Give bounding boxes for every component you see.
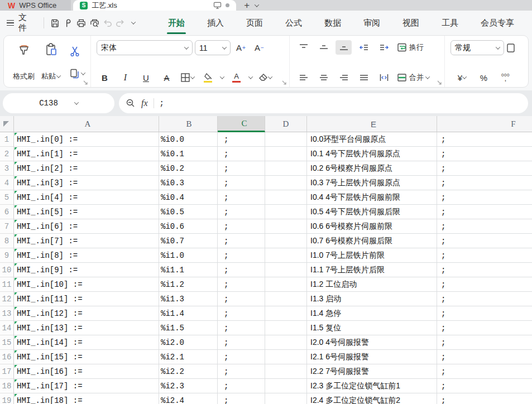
- row-number[interactable]: 14: [0, 321, 14, 335]
- cell-E14[interactable]: I1.5 复位: [307, 321, 437, 335]
- cell-D17[interactable]: [265, 364, 307, 379]
- cell-E7[interactable]: I0.6 6号模察片伺服前限: [307, 219, 437, 234]
- cell-C11[interactable]: ;: [218, 277, 265, 292]
- cell-F6[interactable]: ;: [437, 205, 532, 219]
- save-button[interactable]: [49, 15, 61, 31]
- increase-font-button[interactable]: A+: [233, 41, 249, 55]
- cell-D15[interactable]: [265, 335, 307, 350]
- cut-button[interactable]: [67, 44, 87, 59]
- row-number[interactable]: 15: [0, 335, 14, 350]
- copy-button[interactable]: [67, 66, 87, 81]
- cell-C17[interactable]: ;: [218, 364, 265, 379]
- align-middle-button[interactable]: [315, 40, 332, 55]
- cell-C6[interactable]: ;: [218, 205, 265, 219]
- cell-D1[interactable]: [265, 132, 307, 147]
- cell-A18[interactable]: HMI_.in[17] :=: [14, 379, 159, 393]
- cell-D18[interactable]: [265, 379, 307, 393]
- cell-B15[interactable]: %i2.0: [159, 335, 218, 350]
- cell-D8[interactable]: [265, 234, 307, 248]
- column-header-C[interactable]: C: [218, 116, 265, 132]
- font-family-select[interactable]: 宋体: [97, 40, 193, 55]
- cell-C13[interactable]: ;: [218, 306, 265, 321]
- cell-A12[interactable]: HMI_.in[11] :=: [14, 292, 159, 306]
- merge-cells-button[interactable]: 合并: [396, 70, 430, 85]
- italic-button[interactable]: I: [117, 70, 133, 85]
- number-format-select[interactable]: 常规: [450, 40, 504, 55]
- cell-A10[interactable]: HMI_.in[9] :=: [14, 263, 159, 277]
- row-number[interactable]: 3: [0, 161, 14, 176]
- menu-hamburger-icon[interactable]: [7, 20, 14, 26]
- row-number[interactable]: 1: [0, 132, 14, 147]
- print-button[interactable]: [75, 15, 88, 31]
- cell-C14[interactable]: ;: [218, 321, 265, 335]
- cell-F1[interactable]: ;: [437, 132, 532, 147]
- cell-E18[interactable]: I2.3 多工位定位锁气缸前1: [307, 379, 437, 393]
- cell-D11[interactable]: [265, 277, 307, 292]
- row-number[interactable]: 5: [0, 190, 14, 205]
- cell-F4[interactable]: ;: [437, 176, 532, 190]
- cell-A19[interactable]: HMI_.in[18] :=: [14, 393, 159, 404]
- menu-tab-公式[interactable]: 公式: [274, 11, 313, 35]
- cell-C8[interactable]: ;: [218, 234, 265, 248]
- cell-B19[interactable]: %i2.4: [159, 393, 218, 404]
- cell-E17[interactable]: I2.2 7号伺服报警: [307, 364, 437, 379]
- justify-button[interactable]: [356, 70, 372, 85]
- cell-F11[interactable]: ;: [437, 277, 532, 292]
- cell-A8[interactable]: HMI_.in[7] :=: [14, 234, 159, 248]
- cell-B5[interactable]: %i0.4: [159, 190, 218, 205]
- cell-D10[interactable]: [265, 263, 307, 277]
- border-button[interactable]: [179, 70, 195, 85]
- clipboard-dialog-launcher-icon[interactable]: [83, 80, 88, 85]
- cell-D5[interactable]: [265, 190, 307, 205]
- cell-C16[interactable]: ;: [218, 350, 265, 364]
- fill-color-button[interactable]: [200, 70, 216, 85]
- format-painter-button[interactable]: 格式刷: [9, 40, 38, 85]
- cell-B11[interactable]: %i1.2: [159, 277, 218, 292]
- cell-A2[interactable]: HMI_.in[1] :=: [14, 147, 159, 161]
- cell-C15[interactable]: ;: [218, 335, 265, 350]
- strikethrough-button[interactable]: A: [159, 70, 175, 85]
- font-size-select[interactable]: 11: [195, 40, 231, 55]
- column-header-D[interactable]: D: [265, 116, 307, 132]
- cell-D6[interactable]: [265, 205, 307, 219]
- row-number[interactable]: 11: [0, 277, 14, 292]
- cell-E10[interactable]: I1.1 7号上层铁片后限: [307, 263, 437, 277]
- cell-E6[interactable]: I0.5 4号下层铁片伺服后限: [307, 205, 437, 219]
- underline-button[interactable]: U: [138, 70, 154, 85]
- cell-D4[interactable]: [265, 176, 307, 190]
- cell-E2[interactable]: I0.1 4号下层铁片伺服原点: [307, 147, 437, 161]
- row-number[interactable]: 7: [0, 219, 14, 234]
- cell-E16[interactable]: I2.1 6号伺服报警: [307, 350, 437, 364]
- row-number[interactable]: 10: [0, 263, 14, 277]
- cell-B1[interactable]: %i0.0: [159, 132, 218, 147]
- currency-format-button[interactable]: ¥: [454, 70, 470, 85]
- cell-E3[interactable]: I0.2 6号模察片伺服原点: [307, 161, 437, 176]
- cell-D9[interactable]: [265, 248, 307, 263]
- cell-B7[interactable]: %i0.6: [159, 219, 218, 234]
- alignment-dialog-launcher-icon[interactable]: [437, 80, 442, 85]
- cell-B2[interactable]: %i0.1: [159, 147, 218, 161]
- undo-icon[interactable]: [101, 15, 114, 31]
- search-icon[interactable]: [126, 98, 136, 108]
- cell-D16[interactable]: [265, 350, 307, 364]
- cell-A17[interactable]: HMI_.in[16] :=: [14, 364, 159, 379]
- row-number[interactable]: 9: [0, 248, 14, 263]
- row-number[interactable]: 12: [0, 292, 14, 306]
- new-tab-button[interactable]: +: [244, 1, 250, 10]
- text-orientation-button[interactable]: [376, 70, 392, 85]
- row-number[interactable]: 2: [0, 147, 14, 161]
- menu-tab-页面[interactable]: 页面: [235, 11, 274, 35]
- cell-F5[interactable]: ;: [437, 190, 532, 205]
- cell-A5[interactable]: HMI_.in[4] :=: [14, 190, 159, 205]
- cell-C12[interactable]: ;: [218, 292, 265, 306]
- monitor-icon[interactable]: [213, 2, 222, 9]
- cell-F7[interactable]: ;: [437, 219, 532, 234]
- decrease-indent-button[interactable]: [356, 40, 372, 55]
- cell-B14[interactable]: %i1.5: [159, 321, 218, 335]
- cell-F18[interactable]: ;: [437, 379, 532, 393]
- cell-B9[interactable]: %i1.0: [159, 248, 218, 263]
- cell-A13[interactable]: HMI_.in[12] :=: [14, 306, 159, 321]
- font-dialog-launcher-icon[interactable]: [282, 80, 287, 85]
- cell-D14[interactable]: [265, 321, 307, 335]
- menu-tab-会员专享[interactable]: 会员专享: [469, 11, 525, 35]
